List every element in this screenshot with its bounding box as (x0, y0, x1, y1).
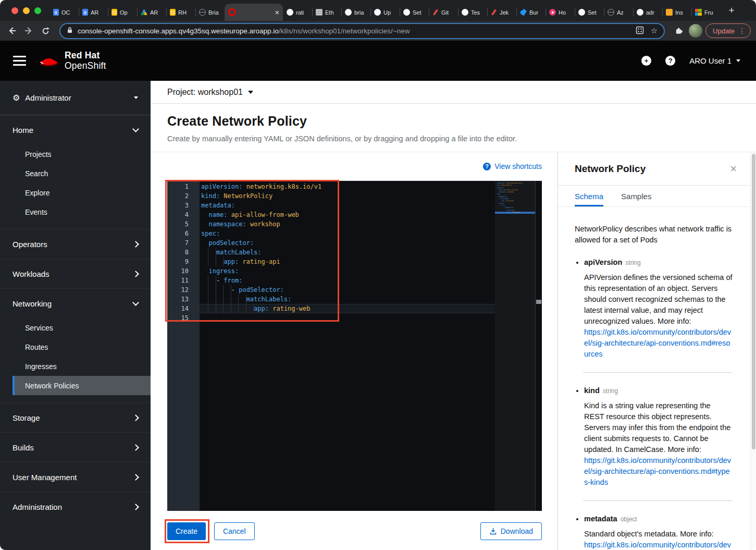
code-line-3[interactable]: metadata: (200, 201, 542, 210)
line-number: 15 (167, 313, 200, 323)
code-line-4[interactable]: name: api-allow-from-web (200, 210, 542, 219)
sidebar-item-workloads[interactable]: Workloads (0, 259, 151, 288)
window-scrollbar[interactable] (750, 152, 756, 550)
editor-minimap[interactable]: apiVersion: networking.k8s.io/v1kind: Ne… (495, 181, 535, 511)
editor-scrollbar[interactable] (535, 181, 542, 511)
code-line-9[interactable]: app: rating-api (200, 257, 542, 266)
code-line-13[interactable]: matchLabels: (200, 295, 542, 304)
code-line-12[interactable]: - podSelector: (200, 285, 542, 295)
yaml-editor[interactable]: 123456789101112131415 apiVersion: networ… (167, 181, 542, 511)
sidebar-item-operators[interactable]: Operators (0, 229, 151, 259)
tab-title: OC (61, 9, 75, 16)
sidebar-item-events[interactable]: Events (0, 202, 151, 222)
close-window-button[interactable] (11, 7, 18, 14)
tab-close-icon[interactable]: × (275, 9, 279, 16)
browser-tab[interactable]: Eth (312, 4, 341, 21)
perspective-switcher[interactable]: ⚙ Administrator (0, 81, 151, 115)
sidebar-item-network-policies[interactable]: Network Policies (13, 376, 151, 395)
editor-code[interactable]: apiVersion: networking.k8s.io/v1kind: Ne… (200, 181, 542, 511)
sidebar-item-user-management[interactable]: User Management (0, 462, 151, 492)
property-doc-link[interactable]: https://git.k8s.io/community/contributor… (584, 327, 733, 360)
property-doc-link[interactable]: https://git.k8s.io/community/contributor… (584, 540, 733, 550)
save-address-icon[interactable] (636, 26, 644, 36)
minimize-window-button[interactable] (23, 7, 30, 14)
download-button[interactable]: Download (480, 522, 542, 540)
url-text: console-openshift-console.apps.qv4g35sq.… (78, 27, 631, 35)
minimap-code: apiVersion: networking.k8s.io/v1kind: Ne… (495, 181, 535, 216)
sidebar-item-storage[interactable]: Storage (0, 403, 151, 432)
window-scrollbar-thumb[interactable] (752, 154, 755, 449)
reload-button[interactable] (39, 24, 52, 38)
maximize-window-button[interactable] (34, 7, 41, 14)
browser-tab[interactable]: adr (633, 4, 662, 21)
project-selector[interactable]: Project: workshop01 (151, 81, 756, 104)
import-plus-icon[interactable]: + (641, 56, 651, 66)
browser-tab[interactable]: Bur (516, 4, 546, 21)
sidebar-item-ingresses[interactable]: Ingresses (0, 357, 151, 376)
browser-tab[interactable]: Set (400, 4, 429, 21)
browser-tab[interactable]: Az (604, 4, 633, 21)
nav-toggle-hamburger-icon[interactable] (13, 56, 26, 66)
code-line-11[interactable]: - from: (200, 276, 542, 285)
sidebar-item-explore[interactable]: Explore (0, 183, 151, 202)
browser-tab[interactable]: Git (429, 4, 458, 21)
browser-tab[interactable]: rati (283, 4, 312, 21)
sidebar-item-services[interactable]: Services (0, 318, 151, 337)
sidebar-item-routes[interactable]: Routes (0, 337, 151, 357)
sidebar-item-administration[interactable]: Administration (0, 492, 151, 521)
browser-tab[interactable]: Jek (487, 4, 516, 21)
code-line-15[interactable] (200, 313, 542, 323)
code-line-2[interactable]: kind: NetworkPolicy (200, 191, 542, 201)
cancel-button[interactable]: Cancel (214, 522, 255, 540)
panel-tabs: Schema Samples (558, 186, 750, 207)
tab-samples[interactable]: Samples (621, 186, 651, 206)
tab-title: AR (91, 9, 104, 16)
browser-tab[interactable]: AR (137, 4, 166, 21)
code-line-1[interactable]: apiVersion: networking.k8s.io/v1 (200, 182, 542, 191)
property-doc-link[interactable]: https://git.k8s.io/community/contributor… (584, 455, 733, 488)
code-line-10[interactable]: ingress: (200, 266, 542, 276)
code-line-14[interactable]: app: rating-web (200, 304, 542, 313)
browser-tab[interactable]: Set (575, 4, 604, 21)
nav-group-workloads: Workloads (0, 259, 151, 288)
chrome-update-button[interactable]: Update ⋮ (705, 23, 751, 38)
browser-tab[interactable]: Op (108, 4, 137, 21)
new-tab-button[interactable]: + (724, 3, 739, 18)
sidebar-item-projects[interactable]: Projects (0, 144, 151, 164)
browser-tab[interactable]: Up (370, 4, 400, 21)
browser-menu-icon[interactable]: ⋮ (738, 27, 746, 34)
user-menu[interactable]: ARO User 1 (689, 56, 740, 65)
sidebar-item-builds[interactable]: Builds (0, 433, 151, 462)
sidebar-item-search[interactable]: Search (0, 164, 151, 183)
code-line-7[interactable]: podSelector: (200, 238, 542, 248)
sidebar-item-home[interactable]: Home (0, 115, 151, 144)
extensions-puzzle-icon[interactable] (672, 24, 686, 38)
code-line-6[interactable]: spec: (200, 229, 542, 238)
browser-tab[interactable]: Tes (458, 4, 487, 21)
code-line-5[interactable]: namespace: workshop (200, 219, 542, 229)
browser-tab[interactable]: Ins (662, 4, 691, 21)
view-shortcuts-link[interactable]: View shortcuts (494, 162, 542, 170)
browser-tab[interactable]: OC (49, 4, 79, 21)
create-button[interactable]: Create (167, 522, 206, 540)
browser-tab[interactable]: bria (341, 4, 370, 21)
browser-tab[interactable]: Bria (195, 4, 225, 21)
profile-avatar[interactable] (689, 24, 702, 38)
back-button[interactable] (5, 24, 19, 38)
browser-tab[interactable]: Fru (691, 4, 721, 21)
close-icon[interactable]: × (730, 163, 737, 175)
url-bar[interactable]: console-openshift-console.apps.qv4g35sq.… (59, 23, 665, 39)
help-icon[interactable]: ? (665, 56, 675, 66)
bookmark-star-icon[interactable]: ☆ (651, 27, 658, 35)
line-number: 2 (167, 191, 200, 201)
editor-scrollbar-thumb[interactable] (536, 300, 541, 304)
browser-tab[interactable]: RH (166, 4, 195, 21)
code-line-8[interactable]: matchLabels: (200, 248, 542, 257)
browser-tab[interactable]: Ho (546, 4, 575, 21)
sidebar-item-networking[interactable]: Networking (0, 289, 151, 318)
forward-button[interactable] (22, 24, 35, 38)
browser-tab-active[interactable]: × (225, 4, 283, 21)
redhat-openshift-logo: Red Hat OpenShift (37, 51, 106, 71)
browser-tab[interactable]: AR (79, 4, 108, 21)
tab-schema[interactable]: Schema (575, 186, 603, 206)
